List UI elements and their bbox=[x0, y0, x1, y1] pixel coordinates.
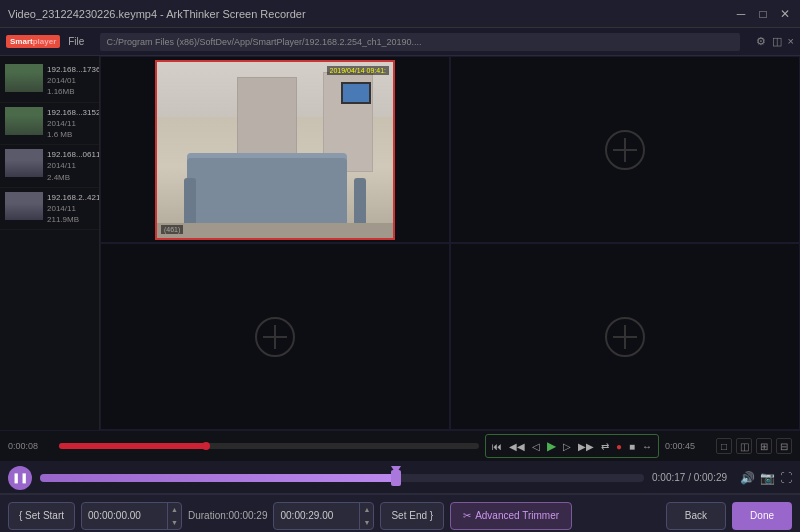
video-cell-3 bbox=[100, 243, 450, 430]
close-button[interactable]: ✕ bbox=[778, 7, 792, 21]
step-back-button[interactable]: ◀◀ bbox=[507, 441, 527, 452]
crosshair-icon bbox=[255, 317, 295, 357]
frame-forward-button[interactable]: ▷ bbox=[561, 441, 573, 452]
start-time-increment[interactable]: ▲ bbox=[168, 503, 181, 516]
app-toolbar-icons: ⚙ ◫ × bbox=[756, 35, 794, 48]
sidebar-thumb bbox=[5, 192, 43, 220]
main-video-cell: 2019/04/14 09:41: (461) bbox=[100, 56, 450, 243]
video-grid: 2019/04/14 09:41: (461) bbox=[100, 56, 800, 430]
start-time-decrement[interactable]: ▼ bbox=[168, 516, 181, 529]
start-time-input[interactable] bbox=[82, 510, 167, 521]
set-end-button[interactable]: Set End } bbox=[380, 502, 444, 530]
done-button[interactable]: Done bbox=[732, 502, 792, 530]
controls-bar: 0:00:08 ⏮ ◀◀ ◁ ▶ ▷ ▶▶ ⇄ ● ■ ↔ 0:00:45 □ … bbox=[0, 430, 800, 462]
sidebar-thumb bbox=[5, 107, 43, 135]
bottom-bar: { Set Start ▲ ▼ Duration:00:00:29 ▲ ▼ Se… bbox=[0, 494, 800, 532]
right-controls: □ ◫ ⊞ ⊟ bbox=[716, 438, 792, 454]
end-time-input-group: ▲ ▼ bbox=[273, 502, 374, 530]
volume-icon[interactable]: 🔊 bbox=[740, 471, 755, 485]
end-time-decrement[interactable]: ▼ bbox=[360, 516, 373, 529]
scissors-icon: ✂ bbox=[463, 510, 471, 521]
sidebar-thumb bbox=[5, 64, 43, 92]
start-time-spinner: ▲ ▼ bbox=[167, 503, 181, 529]
sidebar-item[interactable]: 192.168...1736.dav 2014/01 1.16MB bbox=[0, 60, 99, 103]
single-view-button[interactable]: □ bbox=[716, 438, 732, 454]
sidebar-item[interactable]: 192.168...3152.dav 2014/11 1.6 MB bbox=[0, 103, 99, 146]
progress-bar[interactable] bbox=[59, 443, 479, 449]
progress-thumb bbox=[202, 442, 210, 450]
sidebar-filename: 192.168...0611.mp4 bbox=[47, 149, 100, 160]
multi-view-button[interactable]: ⊟ bbox=[776, 438, 792, 454]
file-path: C:/Program Files (x86)/SoftDev/App/Smart… bbox=[100, 33, 739, 51]
scrubber-thumb bbox=[391, 470, 401, 486]
current-time: 0:00:17 bbox=[652, 472, 685, 483]
app-title: Video_231224230226.keymp4 - ArkThinker S… bbox=[8, 8, 306, 20]
video-cell-2 bbox=[450, 56, 800, 243]
main-content: 192.168...1736.dav 2014/01 1.16MB 192.16… bbox=[0, 56, 800, 430]
start-time-input-group: ▲ ▼ bbox=[81, 502, 182, 530]
play-button[interactable]: ▶ bbox=[545, 439, 558, 453]
loop-button[interactable]: ⇄ bbox=[599, 441, 611, 452]
video-timestamp: 2019/04/14 09:41: bbox=[327, 66, 389, 75]
time-right: 0:00:45 bbox=[665, 441, 710, 451]
minimize-button[interactable]: ─ bbox=[734, 7, 748, 21]
transport-controls: ⏮ ◀◀ ◁ ▶ ▷ ▶▶ ⇄ ● ■ ↔ bbox=[485, 434, 659, 458]
step-forward-button[interactable]: ▶▶ bbox=[576, 441, 596, 452]
app-bar: Smartplayer File C:/Program Files (x86)/… bbox=[0, 28, 800, 56]
title-bar-left: Video_231224230226.keymp4 - ArkThinker S… bbox=[8, 8, 306, 20]
progress-played bbox=[59, 443, 206, 449]
end-time-spinner: ▲ ▼ bbox=[359, 503, 373, 529]
end-time-input[interactable] bbox=[274, 510, 359, 521]
back-button[interactable]: Back bbox=[666, 502, 726, 530]
video-frame-label: (461) bbox=[161, 225, 183, 234]
app-logo: Smartplayer bbox=[6, 35, 60, 48]
time-left: 0:00:08 bbox=[8, 441, 53, 451]
timeline-play-pause-button[interactable]: ❚❚ bbox=[8, 466, 32, 490]
timeline-scrubber[interactable] bbox=[40, 474, 644, 482]
menu-file[interactable]: File bbox=[68, 36, 84, 47]
end-time-increment[interactable]: ▲ bbox=[360, 503, 373, 516]
title-bar: Video_231224230226.keymp4 - ArkThinker S… bbox=[0, 0, 800, 28]
frame-back-button[interactable]: ◁ bbox=[530, 441, 542, 452]
sidebar-filename: 192.168...1736.dav bbox=[47, 64, 100, 75]
camera-icon[interactable]: 📷 bbox=[760, 471, 775, 485]
record-button[interactable]: ● bbox=[614, 441, 624, 452]
stop-button[interactable]: ■ bbox=[627, 441, 637, 452]
settings-icon[interactable]: ⚙ bbox=[756, 35, 766, 48]
scrubber-played bbox=[40, 474, 396, 482]
sidebar-thumb bbox=[5, 149, 43, 177]
sidebar-item[interactable]: 192.168.2..42116.avi 2014/11 211.9MB bbox=[0, 188, 99, 231]
close-app-icon[interactable]: × bbox=[788, 35, 794, 48]
time-info: 0:00:17 / 0:00:29 bbox=[652, 472, 732, 483]
total-time: 0:00:29 bbox=[694, 472, 727, 483]
skip-to-start-button[interactable]: ⏮ bbox=[490, 441, 504, 452]
sidebar-filename: 192.168.2..42116.avi bbox=[47, 192, 100, 203]
crosshair-icon bbox=[605, 130, 645, 170]
timeline-bar: ❚❚ 0:00:17 / 0:00:29 🔊 📷 ⛶ bbox=[0, 462, 800, 494]
set-start-button[interactable]: { Set Start bbox=[8, 502, 75, 530]
quad-view-button[interactable]: ⊞ bbox=[756, 438, 772, 454]
advanced-trimmer-button[interactable]: ✂ Advanced Trimmer bbox=[450, 502, 572, 530]
clip-button[interactable]: ↔ bbox=[640, 441, 654, 452]
video-frame: 2019/04/14 09:41: (461) bbox=[155, 60, 395, 240]
video-cell-4 bbox=[450, 243, 800, 430]
fullscreen-icon[interactable]: ⛶ bbox=[780, 471, 792, 485]
crosshair-icon bbox=[605, 317, 645, 357]
file-sidebar: 192.168...1736.dav 2014/01 1.16MB 192.16… bbox=[0, 56, 100, 430]
sidebar-filename: 192.168...3152.dav bbox=[47, 107, 100, 118]
layout-icon[interactable]: ◫ bbox=[772, 35, 782, 48]
title-bar-controls: ─ □ ✕ bbox=[734, 7, 792, 21]
scrubber-right-icons: 🔊 📷 ⛶ bbox=[740, 471, 792, 485]
app-menu: File bbox=[68, 36, 84, 47]
maximize-button[interactable]: □ bbox=[756, 7, 770, 21]
duration-label: Duration:00:00:29 bbox=[188, 510, 268, 521]
dual-view-button[interactable]: ◫ bbox=[736, 438, 752, 454]
sidebar-item[interactable]: 192.168...0611.mp4 2014/11 2.4MB bbox=[0, 145, 99, 188]
